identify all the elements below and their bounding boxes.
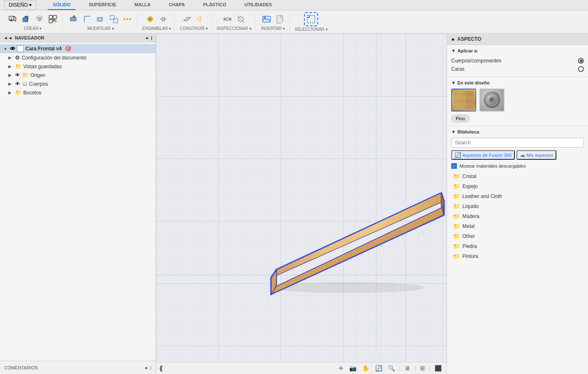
pino-badge[interactable]: Pino [451,115,469,122]
aplicar-title: ▼ Aplicar a: [451,48,584,53]
mostrar-checkbox[interactable]: ✓ [451,163,457,169]
toolbar-group-ensamblar: ENSAMBLAR ▾ [139,13,175,31]
thumbnail-container-metal [479,89,504,112]
mod-fillet-btn[interactable] [81,13,94,25]
nav-item-config[interactable]: ▶ ⚙ Configuración del documento [0,53,156,62]
design-arrow[interactable]: ▼ [451,80,456,85]
lib-label-espejo: Espejo [462,183,478,189]
nav-item-cara-frontal[interactable]: ▼ 👁 Cara Frontal v4 🎯 [0,44,156,53]
aplicar-label: Aplicar a: [457,48,478,53]
toolbar-group-construir: CONSTRUIR ▾ [176,13,211,31]
nav-label-cara: Cara Frontal v4 [25,46,62,52]
search-input[interactable] [451,138,584,148]
mis-aspectos-tab[interactable]: ☁ Mis aspectos [516,150,556,160]
nav-options-icon[interactable]: ● [146,35,148,40]
inspect-measure-btn[interactable] [221,13,234,25]
tab-plastico[interactable]: PLÁSTICO [198,0,231,10]
mod-shell-btn[interactable] [94,13,107,25]
tab-solido[interactable]: SÓLIDO [48,0,75,10]
lib-item-liquido[interactable]: 📁 Líquido [451,201,584,211]
bottom-move-btn[interactable]: ✛ [337,364,345,372]
construct-more-btn[interactable] [194,13,207,25]
lib-item-pintura[interactable]: 📁 Pintura [451,251,584,261]
fusion-aspects-tab[interactable]: 🔄 Aspectos de Fusion 360 [451,150,515,160]
nav-eye-icon-cuerpos[interactable]: 👁 [15,81,20,87]
svg-point-27 [264,17,266,19]
lib-item-other[interactable]: 📁 Other [451,231,584,241]
nav-file-icon [17,45,24,52]
nav-pin-icon[interactable]: | [151,35,152,40]
tab-superficie[interactable]: SUPERFICIE [84,0,121,10]
lib-item-madera[interactable]: 📁 Madera [451,211,584,221]
bottom-view-btn[interactable]: ⬛ [433,364,443,372]
nav-eye-icon[interactable]: 👁 [10,46,15,52]
lib-item-espejo[interactable]: 📁 Espejo [451,181,584,191]
bottom-camera-btn[interactable]: 📷 [348,364,358,372]
radio-caras[interactable] [578,66,584,72]
nav-arrow-vistas: ▶ [8,64,13,69]
comments-icon[interactable]: ● [145,365,148,370]
assemble-joint2-btn[interactable] [157,13,170,25]
nav-item-vistas[interactable]: ▶ 📁 Vistas guardadas [0,62,156,71]
create-extrude-btn[interactable] [20,13,32,25]
create-revolve-btn[interactable] [33,13,46,25]
nav-item-bocetos[interactable]: ▶ 📁 Bocetos [0,88,156,97]
inspect-section-btn[interactable] [235,13,247,25]
lib-item-piedra[interactable]: 📁 Piedra [451,241,584,251]
insertar-icons [260,13,286,25]
insert-image-btn[interactable] [260,13,273,25]
toolbar-group-insertar: INSERTAR ▾ [257,13,290,31]
nav-target-icon[interactable]: 🎯 [65,46,71,52]
bottom-orbit-btn[interactable]: 🔄 [373,364,384,372]
svg-line-55 [403,235,405,243]
nav-home-icon[interactable]: ⟪ [159,364,163,372]
mostrar-label: Mostrar materiales descargables [460,163,526,168]
lib-label-madera: Madera [462,213,479,219]
viewport[interactable]: ⟪ ✛ 📷 ✋ 🔄 🔍 | 🖥 | ⊞ | ⬛ [156,34,447,374]
main-content: ◄◄ NAVEGADOR ● | ▼ 👁 Cara Frontal v4 🎯 ▶… [0,34,588,374]
thumb-wood[interactable] [451,89,476,111]
create-rect-btn[interactable] [7,13,19,25]
nav-gear-icon: ⚙ [15,54,20,61]
tab-malla[interactable]: MALLA [130,0,156,10]
nav-collapse-icon[interactable]: ◄◄ [3,35,12,40]
folder-icon-piedra: 📁 [453,243,460,250]
comments-pin[interactable]: | [150,365,151,370]
select-btn[interactable] [304,12,318,26]
assemble-joint-btn[interactable] [144,13,156,25]
separator2: | [415,365,416,371]
construct-plane-btn[interactable] [181,13,193,25]
thumb-metal[interactable] [479,89,504,111]
nav-eye-icon-origen[interactable]: 👁 [15,72,20,78]
mod-more-btn[interactable] [121,13,133,25]
bottom-grid-btn[interactable]: ⊞ [418,364,427,372]
create-more-btn[interactable] [47,13,59,25]
nav-label-bocetos: Bocetos [23,90,41,96]
aplicar-arrow[interactable]: ▼ [451,48,456,53]
apply-row-cuerpos[interactable]: Cuerpos/componentes [451,57,584,65]
design-dropdown[interactable]: DISEÑO ▾ [4,0,36,10]
tab-chapa[interactable]: CHAPA [164,0,190,10]
nav-item-origen[interactable]: ▶ 👁 📁 Origen [0,71,156,79]
lib-item-leather[interactable]: 📁 Leather and Cloth [451,191,584,201]
library-tabs: 🔄 Aspectos de Fusion 360 ☁ Mis aspectos [451,150,584,160]
svg-rect-10 [98,18,101,20]
mod-press-btn[interactable] [68,13,80,25]
mod-combine-btn[interactable] [108,13,120,25]
nav-tree: ▼ 👁 Cara Frontal v4 🎯 ▶ ⚙ Configuración … [0,42,156,361]
tab-utilidades[interactable]: UTILIDADES [240,0,277,10]
nav-label-cuerpos: Cuerpos [29,81,48,87]
apply-row-caras[interactable]: Caras [451,65,584,73]
biblioteca-arrow[interactable]: ▼ [451,129,456,134]
radio-cuerpos[interactable] [578,58,584,64]
bottom-pan-btn[interactable]: ✋ [361,364,371,372]
lib-item-metal[interactable]: 📁 Metal [451,221,584,231]
bottom-display-btn[interactable]: 🖥 [403,364,412,372]
nav-folder-icon-vistas: 📁 [15,63,22,69]
design-label: En este diseño [457,80,490,85]
design-section: ▼ En este diseño [447,77,588,126]
lib-item-cristal[interactable]: 📁 Cristal [451,171,584,181]
nav-item-cuerpos[interactable]: ▶ 👁 🗂 Cuerpos [0,79,156,88]
bottom-zoom-btn[interactable]: 🔍 [386,364,397,372]
insert-more-btn[interactable] [274,13,286,25]
